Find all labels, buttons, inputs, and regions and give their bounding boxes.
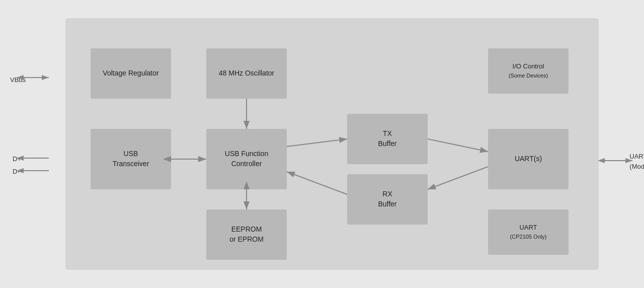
svg-line-8 <box>428 139 488 152</box>
io-control-block: I/O Control(Some Devices) <box>488 48 569 94</box>
usb-function-controller-block: USB FunctionController <box>206 129 287 189</box>
rx-buffer-block: RXBuffer <box>347 174 428 225</box>
usb-transceiver-block: USBTransceiver <box>91 129 171 189</box>
uart-cp-block: UART(CP2105 Only) <box>488 209 569 255</box>
tx-buffer-block: TXBuffer <box>347 114 428 164</box>
voltage-regulator-block: Voltage Regulator <box>91 48 171 99</box>
svg-line-9 <box>428 167 488 189</box>
dminus-label: D- <box>13 168 20 175</box>
dminus-arrow <box>21 166 51 176</box>
chip-boundary: Voltage Regulator 48 MHz Oscillator I/O … <box>65 18 599 270</box>
uart-if-arrow <box>602 156 635 166</box>
diagram-container: VBus D+ D- UART I/F(Modem) Voltage Regul… <box>0 0 644 288</box>
svg-line-6 <box>287 139 347 147</box>
eeprom-block: EEPROMor EPROM <box>206 209 287 260</box>
dplus-label: D+ <box>13 155 21 163</box>
dplus-arrow <box>21 153 51 163</box>
vbus-arrow <box>21 73 51 83</box>
oscillator-block: 48 MHz Oscillator <box>206 48 287 99</box>
svg-line-7 <box>287 172 347 194</box>
uarts-block: UART(s) <box>488 129 569 189</box>
